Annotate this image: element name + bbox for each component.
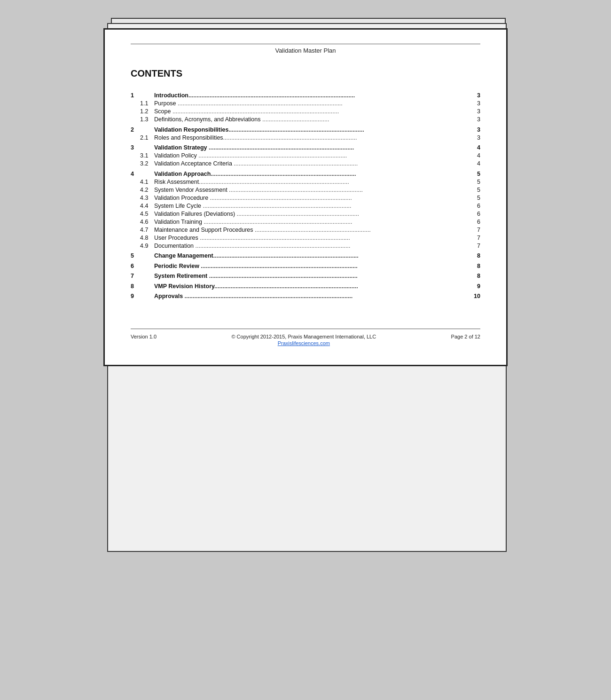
toc-entry-dots: ........................................… (237, 211, 359, 217)
toc-table: 1Introduction...........................… (131, 89, 480, 300)
toc-entry-title: Documentation (154, 243, 196, 249)
toc-row: 6Periodic Review .......................… (131, 260, 480, 270)
toc-entry-page: 5 (466, 194, 480, 202)
toc-entry-title: Validation Procedure (154, 195, 210, 201)
toc-entry-dots: ........................................… (188, 92, 355, 99)
toc-entry-title: System Vendor Assessment (154, 187, 229, 193)
toc-row: 5Change Management......................… (131, 250, 480, 260)
toc-row: 7System Retirement .....................… (131, 270, 480, 280)
toc-entry-dots: ........................................… (178, 100, 343, 107)
toc-row: 8VMP Revision History...................… (131, 280, 480, 291)
toc-entry-dots: ........................................… (229, 187, 363, 193)
toc-entry-page: 10 (466, 290, 480, 300)
toc-row: 3.1Validation Policy ...................… (131, 152, 480, 160)
toc-entry-dots: ........................................… (213, 252, 359, 259)
footer-page: Page 2 of 12 (451, 334, 480, 339)
toc-row: 1.1Purpose .............................… (131, 100, 480, 108)
toc-entry-dots: ........................................… (234, 160, 358, 167)
footer-copyright: © Copyright 2012-2015, Praxis Management… (231, 334, 376, 346)
toc-entry-dots: ........................................… (203, 203, 352, 209)
toc-entry-page: 3 (466, 100, 480, 108)
toc-entry-page: 5 (466, 186, 480, 194)
toc-entry-title: System Life Cycle (154, 203, 203, 209)
toc-entry-title: Introduction (154, 92, 188, 99)
toc-row: 9Approvals .............................… (131, 290, 480, 300)
toc-entry-dots: ........................................… (204, 219, 352, 225)
toc-entry-title: Validation Strategy (154, 144, 209, 151)
toc-entry-dots: ........................................… (185, 293, 353, 299)
toc-entry-title: Purpose (154, 100, 178, 107)
toc-entry-page: 6 (466, 210, 480, 218)
toc-row: 4.8User Procedures .....................… (131, 234, 480, 242)
toc-entry-page: 7 (466, 234, 480, 242)
toc-entry-dots: ........................................… (172, 108, 339, 115)
toc-entry-page: 9 (466, 280, 480, 291)
toc-row: 2Validation Responsibilities............… (131, 124, 480, 134)
footer-version: Version 1.0 (131, 334, 157, 339)
toc-entry-title: Change Management (154, 252, 213, 259)
toc-entry-title: VMP Revision History (154, 283, 214, 290)
toc-entry-dots: ........................................… (255, 227, 371, 233)
toc-entry-page: 4 (466, 160, 480, 168)
header-divider (131, 44, 480, 44)
toc-entry-dots: ........................................… (209, 144, 354, 151)
toc-entry-dots: ........................................… (262, 116, 329, 123)
toc-entry-dots: ........................................… (214, 283, 358, 290)
toc-entry-title: Roles and Responsibilities (154, 134, 223, 141)
toc-entry-dots: ........................................… (223, 134, 357, 141)
toc-row: 3Validation Strategy ...................… (131, 142, 480, 152)
toc-entry-title: Approvals (154, 293, 185, 299)
toc-entry-page: 4 (466, 152, 480, 160)
toc-row: 4.7Maintenance and Support Procedures ..… (131, 226, 480, 234)
toc-entry-title: Validation Failures (Deviations) (154, 211, 237, 217)
contents-heading: CONTENTS (131, 68, 480, 79)
toc-entry-title: Risk Assessment (154, 179, 199, 185)
toc-row: 4.1Risk Assessment......................… (131, 178, 480, 186)
toc-entry-title: Maintenance and Support Procedures (154, 227, 255, 233)
toc-entry-dots: ........................................… (200, 235, 350, 241)
toc-entry-dots: ........................................… (228, 126, 364, 133)
toc-entry-dots: ........................................… (211, 171, 356, 177)
toc-entry-page: 7 (466, 226, 480, 234)
page-main: Validation Master Plan CONTENTS 1Introdu… (103, 28, 508, 366)
toc-entry-dots: ........................................… (209, 273, 358, 279)
toc-entry-page: 7 (466, 242, 480, 250)
toc-entry-page: 3 (466, 134, 480, 142)
toc-entry-page: 8 (466, 250, 480, 260)
toc-entry-page: 6 (466, 218, 480, 226)
footer: Version 1.0 © Copyright 2012-2015, Praxi… (131, 329, 480, 346)
toc-entry-title: Validation Training (154, 219, 204, 225)
toc-entry-dots: ........................................… (199, 179, 349, 185)
toc-entry-dots: ........................................… (201, 263, 357, 269)
toc-row: 1.2Scope ...............................… (131, 108, 480, 116)
document-title: Validation Master Plan (131, 47, 480, 54)
toc-entry-page: 3 (466, 108, 480, 116)
toc-entry-title: Definitions, Acronyms, and Abbreviations (154, 116, 262, 123)
toc-entry-title: Periodic Review (154, 263, 201, 269)
toc-entry-page: 5 (466, 178, 480, 186)
toc-row: 4.6Validation Training .................… (131, 218, 480, 226)
toc-row: 2.1Roles and Responsibilities...........… (131, 134, 480, 142)
toc-row: 4.4System Life Cycle ...................… (131, 202, 480, 210)
toc-row: 4.5Validation Failures (Deviations) ....… (131, 210, 480, 218)
toc-entry-page: 6 (466, 202, 480, 210)
toc-row: 1.3Definitions, Acronyms, and Abbreviati… (131, 116, 480, 124)
toc-entry-dots: ........................................… (210, 195, 352, 201)
toc-row: 4.9Documentation .......................… (131, 242, 480, 250)
toc-row: 4.3Validation Procedure ................… (131, 194, 480, 202)
toc-entry-page: 3 (466, 124, 480, 134)
toc-row: 4.2System Vendor Assessment ............… (131, 186, 480, 194)
toc-entry-page: 8 (466, 260, 480, 270)
toc-entry-page: 8 (466, 270, 480, 280)
toc-entry-title: Validation Acceptance Criteria (154, 160, 234, 167)
toc-entry-page: 4 (466, 142, 480, 152)
toc-entry-title: Validation Approach (154, 171, 211, 177)
toc-entry-title: Scope (154, 108, 172, 115)
toc-entry-title: Validation Policy (154, 152, 198, 159)
footer-website[interactable]: Praxislifesciences.com (231, 340, 376, 346)
toc-entry-title: Validation Responsibilities (154, 126, 228, 133)
toc-entry-page: 5 (466, 168, 480, 178)
toc-row: 4Validation Approach....................… (131, 168, 480, 178)
toc-entry-title: System Retirement (154, 273, 209, 279)
toc-entry-dots: ........................................… (198, 152, 347, 159)
